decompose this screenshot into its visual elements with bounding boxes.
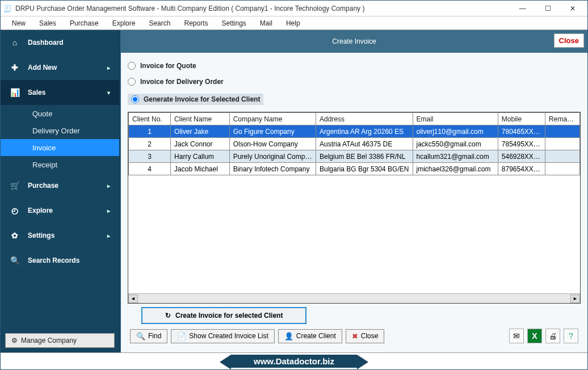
radio-2[interactable]: Generate Invoice for Selected Client (128, 94, 263, 105)
sidebar-item-add-new[interactable]: ✚Add New▸ (1, 55, 119, 80)
cell (545, 163, 580, 175)
cell: 1 (129, 125, 171, 138)
window-close-button[interactable]: ✕ (560, 1, 585, 16)
window-titlebar: 🧾 DRPU Purchase Order Management Softwar… (1, 1, 587, 16)
cell: 2 (129, 138, 171, 150)
cell: Oliver Jake (171, 125, 230, 138)
menu-sales[interactable]: Sales (32, 18, 63, 29)
menu-explore[interactable]: Explore (106, 18, 142, 29)
create-client-button[interactable]: 👤Create Client (278, 329, 342, 343)
column-header[interactable]: Company Name (229, 113, 316, 125)
cell: Jack Connor (171, 138, 230, 150)
cell (545, 138, 580, 150)
sidebar-item-label: Settings (28, 232, 99, 239)
column-header[interactable]: Mobile (498, 113, 545, 125)
invoice-type-radios: Invoice for QuoteInvoice for Delivery Or… (128, 62, 581, 105)
horizontal-scrollbar[interactable]: ◄ ► (128, 293, 580, 303)
create-invoice-button[interactable]: ↻ Create Invoice for selected Client (141, 307, 306, 324)
menu-purchase[interactable]: Purchase (63, 18, 106, 29)
manage-company-label: Manage Company (21, 337, 77, 344)
table-row[interactable]: 2Jack ConnorOlson-How CompanyAustria ATA… (129, 138, 580, 150)
menu-search[interactable]: Search (142, 18, 177, 29)
menubar: NewSalesPurchaseExploreSearchReportsSett… (1, 16, 587, 30)
print-icon-button[interactable]: 🖨 (545, 329, 560, 343)
radio-label: Generate Invoice for Selected Client (144, 95, 260, 103)
gear-icon: ⚙ (11, 337, 18, 344)
sidebar-item-settings[interactable]: ✿Settings▸ (1, 223, 119, 248)
sidebar: ⌂Dashboard✚Add New▸📊Sales▾QuoteDelivery … (1, 30, 120, 352)
sidebar-subitem-quote[interactable]: Quote (1, 105, 119, 122)
window-minimize-button[interactable]: ― (510, 1, 535, 16)
radio-input-1[interactable] (128, 78, 136, 86)
menu-reports[interactable]: Reports (177, 18, 215, 29)
chevron-right-icon: ▸ (107, 233, 110, 239)
sidebar-subitem-invoice[interactable]: Invoice (1, 139, 119, 156)
radio-label: Invoice for Delivery Order (140, 78, 224, 86)
manage-company-button[interactable]: ⚙ Manage Company (5, 333, 115, 348)
column-header[interactable]: Remarks (545, 113, 580, 125)
cell: hcallum321@gmail.com (413, 150, 498, 163)
sidebar-item-purchase[interactable]: 🛒Purchase▸ (1, 173, 119, 198)
bottom-toolbar: 🔍Find 📄Show Created Invoice List 👤Create… (130, 327, 578, 344)
cell: Purely Unoriginal Company (229, 150, 316, 163)
menu-mail[interactable]: Mail (253, 18, 279, 29)
column-header[interactable]: Client Name (171, 113, 230, 125)
help-icon-button[interactable]: ? (564, 329, 578, 343)
radio-1[interactable]: Invoice for Delivery Order (128, 78, 581, 86)
sidebar-subitem-receipt[interactable]: Receipt (1, 156, 119, 173)
mail-icon-button[interactable]: ✉ (509, 329, 524, 343)
sidebar-subitem-delivery-order[interactable]: Delivery Order (1, 122, 119, 139)
main-panel: Create Invoice Close Invoice for QuoteIn… (120, 30, 587, 352)
column-header[interactable]: Client No. (129, 113, 171, 125)
radio-input-0[interactable] (128, 62, 136, 70)
excel-icon-button[interactable]: X (527, 329, 542, 343)
column-header[interactable]: Address (316, 113, 413, 125)
search-icon: 🔍 (10, 256, 20, 265)
cell: Argentina AR Arg 20260 ES (316, 125, 413, 138)
cell: 785495XXXX (498, 138, 545, 150)
close-icon: ✖ (352, 332, 358, 340)
cell: Harry Callum (171, 150, 230, 163)
cell: 879654XXXX (498, 163, 545, 175)
sidebar-item-label: Add New (28, 64, 99, 72)
panel-close-button[interactable]: Close (554, 33, 584, 48)
sidebar-item-label: Purchase (28, 182, 99, 190)
sidebar-item-search-records[interactable]: 🔍Search Records (1, 248, 119, 273)
window-maximize-button[interactable]: ☐ (535, 1, 560, 16)
menu-help[interactable]: Help (279, 18, 307, 29)
cell: Go Figure Company (229, 125, 316, 138)
cell: jackc550@gmail.com (413, 138, 498, 150)
cell (545, 150, 580, 163)
window-title: DRPU Purchase Order Management Software … (15, 5, 510, 12)
sidebar-item-sales[interactable]: 📊Sales▾ (1, 80, 119, 105)
plus-icon: ✚ (10, 63, 20, 72)
cell: Austria ATAut 46375 DE (316, 138, 413, 150)
scroll-left-icon[interactable]: ◄ (128, 295, 138, 303)
table-row[interactable]: 4Jacob MichaelBinary Infotech CompanyBul… (129, 163, 580, 175)
table-row[interactable]: 1Oliver JakeGo Figure CompanyArgentina A… (129, 125, 580, 138)
cell: Jacob Michael (171, 163, 230, 175)
column-header[interactable]: Email (413, 113, 498, 125)
footer: www.Datadoctor.biz (1, 352, 587, 369)
sidebar-item-label: Sales (28, 89, 99, 96)
gear-icon: ✿ (10, 231, 20, 240)
show-list-label: Show Created Invoice List (189, 332, 268, 340)
sidebar-item-explore[interactable]: ◴Explore▸ (1, 198, 119, 223)
sidebar-item-dashboard[interactable]: ⌂Dashboard (1, 30, 119, 55)
find-button[interactable]: 🔍Find (130, 329, 167, 343)
clients-table: Client No.Client NameCompany NameAddress… (128, 112, 581, 304)
table-row[interactable]: 3Harry CallumPurely Unoriginal CompanyBe… (129, 150, 580, 163)
scroll-right-icon[interactable]: ► (570, 295, 580, 303)
person-icon: 👤 (284, 332, 293, 340)
cell: 4 (129, 163, 171, 175)
scroll-track[interactable] (138, 295, 570, 303)
close-button[interactable]: ✖Close (346, 329, 385, 343)
radio-label: Invoice for Quote (140, 62, 196, 70)
radio-input-2[interactable] (131, 95, 139, 103)
radio-0[interactable]: Invoice for Quote (128, 62, 581, 70)
chevron-right-icon: ▸ (107, 183, 110, 189)
cell: Olson-How Company (229, 138, 316, 150)
show-created-invoice-list-button[interactable]: 📄Show Created Invoice List (171, 329, 274, 343)
menu-new[interactable]: New (5, 18, 32, 29)
menu-settings[interactable]: Settings (215, 18, 253, 29)
